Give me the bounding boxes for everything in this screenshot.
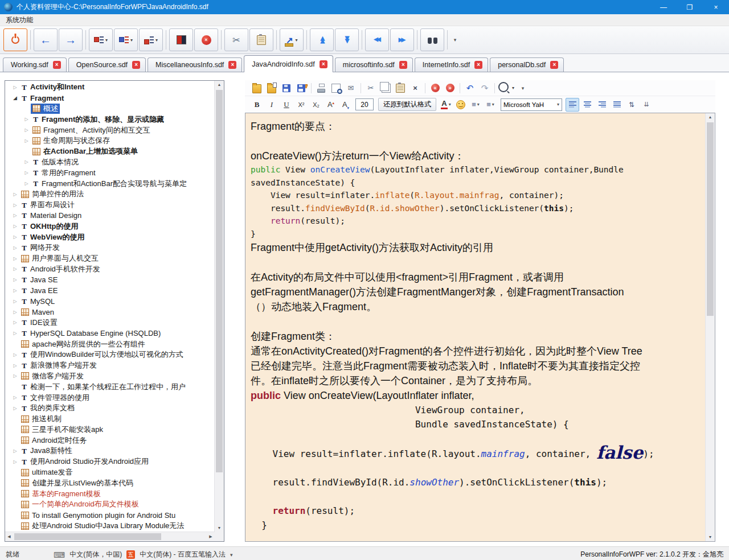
zoom-button[interactable]: ▾ — [498, 81, 515, 95]
tree-item[interactable]: ▷TFragment的添加、移除、显示或隐藏 — [5, 114, 215, 125]
scroll-down-icon[interactable]: ▼ — [215, 524, 224, 532]
move-up-button[interactable]: ▶▶ — [310, 28, 334, 51]
scroll-up-icon[interactable]: ▲ — [215, 81, 224, 89]
collapsed-arrow-icon[interactable]: ▷ — [11, 406, 19, 411]
bullet-list-button[interactable]: ≡▾ — [469, 98, 482, 112]
dropdown-caret-icon[interactable]: ▾ — [477, 102, 480, 107]
tree-item[interactable]: 推送机制 — [5, 414, 215, 425]
shrink-font-button[interactable]: A — [339, 98, 353, 112]
delete-button[interactable]: × — [408, 81, 422, 95]
power-button[interactable] — [3, 28, 27, 51]
move-down-button[interactable]: ▶▶ — [335, 28, 359, 51]
tab-OpenSource.sdf[interactable]: OpenSource.sdf× — [68, 57, 146, 72]
collapsed-arrow-icon[interactable]: ▷ — [11, 352, 19, 357]
mark-node-button[interactable] — [169, 28, 193, 51]
tree-item[interactable]: ▷T使用Android Studio开发Android应用 — [5, 456, 215, 467]
superscript-button[interactable]: X² — [294, 98, 308, 112]
collapsed-arrow-icon[interactable]: ▷ — [11, 85, 19, 90]
collapsed-arrow-icon[interactable]: ▷ — [11, 213, 19, 218]
collapsed-arrow-icon[interactable]: ▷ — [11, 277, 19, 282]
cut-node-button[interactable]: ✂ — [224, 28, 248, 51]
grow-font-button[interactable]: A — [324, 98, 338, 112]
delete-node-button[interactable]: × — [194, 28, 218, 51]
font-color-button[interactable]: A▾ — [439, 98, 453, 112]
collapsed-arrow-icon[interactable]: ▷ — [11, 203, 19, 208]
tree-item[interactable]: ▷Maven — [5, 307, 215, 318]
next-node-button[interactable]: ▶▶ — [390, 28, 414, 51]
tree-item[interactable]: Android定时任务 — [5, 435, 215, 446]
tree-item[interactable]: ▷TFragment和ActionBar配合实现导航与菜单定 — [5, 178, 215, 189]
tab-MiscellaneousInfo.sdf[interactable]: MiscellaneousInfo.sdf× — [148, 57, 242, 72]
tree-collapse-dropdown[interactable]: ▾ — [139, 28, 163, 51]
tab-close-icon[interactable]: × — [228, 61, 236, 69]
scroll-down-icon[interactable]: ▼ — [706, 533, 715, 541]
align-left-button[interactable] — [566, 98, 579, 112]
emoji-button[interactable] — [454, 98, 468, 112]
undo-button[interactable]: ↶ — [463, 81, 477, 95]
maximize-button[interactable]: ❐ — [677, 0, 703, 14]
collapsed-arrow-icon[interactable]: ▷ — [11, 459, 19, 464]
bold-button[interactable]: B — [250, 98, 264, 112]
tree-item[interactable]: ▷微信客户端开发 — [5, 371, 215, 382]
scroll-right-icon[interactable]: ▶ — [207, 532, 215, 541]
tree-item[interactable]: ▷用户界面与人机交互 — [5, 253, 215, 264]
tree-item[interactable]: ▷Fragment、Activity间的相互交互 — [5, 125, 215, 135]
tree-item[interactable]: 三星手机不能安装apk — [5, 425, 215, 435]
align-right-button[interactable] — [595, 98, 609, 112]
tab-close-icon[interactable]: × — [132, 61, 140, 69]
panel-splitter[interactable] — [224, 80, 245, 542]
tree-item[interactable]: ▷TMaterial Design — [5, 211, 215, 221]
editor-content[interactable]: Fragment的要点： onCreateView()方法return一个Vie… — [245, 113, 706, 541]
dropdown-caret-icon[interactable]: ▾ — [449, 102, 451, 107]
menu-system-functions[interactable]: 系统功能 — [6, 15, 33, 25]
tree-item[interactable]: apache网站所提供的一些公有组件 — [5, 339, 215, 349]
line-spacing-button[interactable]: ⇅ — [625, 98, 638, 112]
font-size-input[interactable]: 20 — [355, 98, 374, 110]
dropdown-caret-icon[interactable]: ▾ — [512, 85, 514, 90]
language-options-caret-icon[interactable]: ▾ — [230, 552, 233, 558]
tree-item[interactable]: ▷TJava8新特性 — [5, 446, 215, 456]
numbered-list-button[interactable]: ≡▾ — [484, 98, 497, 112]
tree-item[interactable]: 处理Android Studio中Java Library Module无法 — [5, 521, 215, 532]
align-justify-button[interactable] — [610, 98, 624, 112]
tree-item[interactable]: 概述 — [5, 104, 215, 114]
tree-item[interactable]: 在ActionBar上增加选项菜单 — [5, 146, 215, 157]
collapsed-arrow-icon[interactable]: ▷ — [22, 181, 31, 186]
underline-button[interactable]: U — [280, 98, 293, 112]
copy-button[interactable] — [379, 81, 392, 95]
tree-item[interactable]: ▷T使用WindowBuilder可以方便地以可视化的方式 — [5, 349, 215, 360]
tree-item[interactable]: 一个简单的Android布局文件模板 — [5, 499, 215, 510]
expanded-arrow-icon[interactable]: ◢ — [11, 95, 19, 101]
dropdown-caret-icon[interactable]: ▾ — [557, 102, 559, 107]
collapsed-arrow-icon[interactable]: ▷ — [22, 117, 31, 122]
scroll-up-icon[interactable]: ▲ — [706, 113, 715, 121]
tab-JavaAndroidInfo.sdf[interactable]: JavaAndroidInfo.sdf× — [244, 55, 333, 72]
collapsed-arrow-icon[interactable]: ▷ — [11, 224, 19, 229]
tree-item[interactable]: ▷T新浪微博客户端开发 — [5, 360, 215, 371]
tree-item[interactable]: ultimate发音 — [5, 467, 215, 478]
nav-last-button[interactable]: » — [443, 81, 457, 95]
search-button[interactable] — [420, 28, 444, 51]
print-button[interactable] — [314, 81, 328, 95]
collapsed-arrow-icon[interactable]: ▷ — [11, 310, 19, 315]
tree-expand-dropdown[interactable]: ▾ — [114, 28, 138, 51]
collapsed-arrow-icon[interactable]: ▷ — [11, 256, 19, 261]
forward-button[interactable]: → — [59, 28, 83, 51]
save-as-button[interactable] — [294, 81, 308, 95]
tree-item[interactable]: ▷TActivity和Intent — [5, 82, 215, 93]
tree-item[interactable]: ▷T常用的Fragment — [5, 167, 215, 178]
tree-item[interactable]: ◢TFragment — [5, 93, 215, 104]
tab-close-icon[interactable]: × — [550, 61, 558, 69]
collapsed-arrow-icon[interactable]: ▷ — [11, 266, 19, 271]
dropdown-caret-icon[interactable]: ▾ — [492, 102, 494, 107]
format-toolbar-overflow-button[interactable]: ⇊ — [640, 98, 653, 112]
tree-item[interactable]: 基本的Fragment模板 — [5, 488, 215, 499]
close-button[interactable]: × — [703, 0, 729, 14]
italic-button[interactable]: I — [265, 98, 279, 112]
editor-vertical-scrollbar[interactable]: ▲ ▼ — [705, 113, 715, 541]
tab-close-icon[interactable]: × — [53, 61, 61, 69]
align-center-button[interactable] — [580, 98, 594, 112]
collapsed-arrow-icon[interactable]: ▷ — [22, 138, 31, 143]
toolbar-overflow-button[interactable]: ▾ — [450, 31, 460, 48]
tree-item[interactable]: ▷T我的类库文档 — [5, 403, 215, 414]
